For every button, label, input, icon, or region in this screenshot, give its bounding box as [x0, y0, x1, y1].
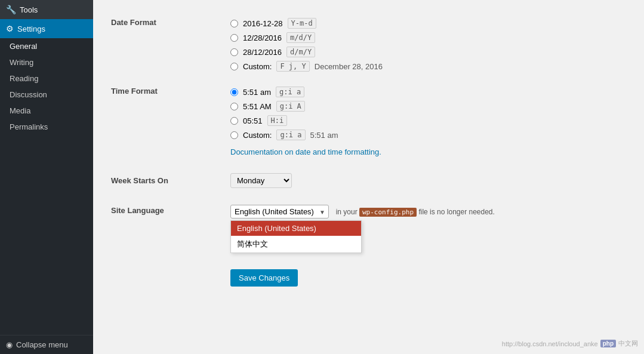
wp-config-code: wp-config.php [359, 208, 417, 217]
sidebar-item-writing[interactable]: Writing [0, 54, 93, 70]
language-dropdown-popup: English (United States) 简体中文 [230, 220, 362, 253]
language-option-english[interactable]: English (United States) [231, 221, 361, 236]
week-select-wrapper: Sunday Monday Tuesday Wednesday Thursday… [230, 173, 292, 188]
time-format-value-2: 5:51 AM [243, 102, 272, 111]
date-format-badge-1: Y-m-d [288, 18, 316, 29]
time-format-options: 5:51 am g:i a 5:51 AM g:i A 05:51 H:i [230, 78, 632, 162]
date-format-radio-ymd[interactable] [230, 20, 238, 27]
time-format-row-1: 5:51 am g:i a [230, 87, 632, 97]
time-format-radio-hi[interactable] [230, 117, 238, 125]
tools-icon: 🔧 [6, 5, 16, 14]
language-select-wrapper: English (United States) 简体中文 ▼ [230, 205, 329, 218]
date-format-badge-3: d/m/Y [286, 47, 315, 57]
cn-label: 中文网 [618, 339, 638, 348]
sidebar-item-discussion[interactable]: Discussion [0, 87, 93, 103]
save-button-container: Save Changes [230, 257, 632, 287]
time-format-label: Time Format [111, 78, 230, 162]
date-format-radio-mdy[interactable] [230, 34, 238, 42]
collapse-menu-button[interactable]: ◉ Collapse menu [0, 335, 93, 354]
date-format-preview-custom: December 28, 2016 [315, 62, 383, 71]
time-format-custom-label: Custom: [243, 131, 272, 140]
date-format-radio-dmy[interactable] [230, 48, 238, 56]
time-format-radio-custom[interactable] [230, 131, 238, 139]
week-starts-select[interactable]: Sunday Monday Tuesday Wednesday Thursday… [230, 173, 292, 188]
time-format-radio-group: 5:51 am g:i a 5:51 AM g:i A 05:51 H:i [230, 87, 632, 140]
collapse-icon: ◉ [6, 340, 13, 349]
week-starts-cell: Sunday Monday Tuesday Wednesday Thursday… [230, 162, 632, 194]
doc-link-container: Documentation on date and time formattin… [230, 147, 632, 156]
time-format-badge-1: g:i a [276, 87, 304, 97]
sidebar-item-media[interactable]: Media [0, 103, 93, 119]
time-format-radio-gia-lower[interactable] [230, 88, 238, 96]
site-language-label: Site Language [111, 194, 230, 293]
language-select[interactable]: English (United States) 简体中文 [230, 205, 329, 218]
date-format-label: Date Format [111, 12, 230, 78]
sidebar-item-settings[interactable]: ⚙ Settings [0, 19, 93, 38]
time-format-radio-gia-upper[interactable] [230, 103, 238, 110]
sidebar-item-tools[interactable]: 🔧 Tools [0, 0, 93, 19]
collapse-label: Collapse menu [16, 340, 68, 349]
time-format-preview-custom: 5:51 am [310, 131, 338, 140]
date-format-options: 2016-12-28 Y-m-d 12/28/2016 m/d/Y 28/12/… [230, 12, 632, 78]
settings-form-table: Date Format 2016-12-28 Y-m-d 12/28/2016 … [111, 12, 632, 293]
date-format-value-3: 28/12/2016 [243, 48, 282, 57]
doc-link[interactable]: Documentation on date and time formattin… [230, 147, 381, 156]
time-format-value-1: 5:51 am [243, 88, 271, 97]
date-format-row-3: 28/12/2016 d/m/Y [230, 47, 632, 57]
date-format-badge-2: m/d/Y [286, 32, 315, 43]
settings-icon: ⚙ [6, 24, 14, 33]
sidebar-settings-label: Settings [17, 24, 45, 33]
date-format-row-1: 2016-12-28 Y-m-d [230, 18, 632, 29]
sidebar-item-general[interactable]: General [0, 38, 93, 54]
time-format-row-2: 5:51 AM g:i A [230, 101, 632, 112]
site-language-section: English (United States) 简体中文 ▼ English (… [230, 205, 632, 218]
save-changes-button[interactable]: Save Changes [230, 269, 298, 287]
time-format-row-3: 05:51 H:i [230, 115, 632, 126]
date-format-custom-label: Custom: [243, 62, 272, 71]
time-format-badge-custom: g:i a [276, 130, 305, 140]
time-format-badge-3: H:i [267, 115, 288, 126]
site-language-cell: English (United States) 简体中文 ▼ English (… [230, 194, 632, 293]
sidebar: 🔧 Tools ⚙ Settings General Writing Readi… [0, 0, 93, 354]
sidebar-tools-label: Tools [20, 5, 38, 14]
time-format-value-3: 05:51 [243, 116, 263, 125]
week-starts-label: Week Starts On [111, 162, 230, 194]
date-format-radio-custom[interactable] [230, 63, 238, 70]
date-format-value-1: 2016-12-28 [243, 19, 283, 28]
language-hint: in your wp-config.php file is no longer … [336, 208, 495, 216]
date-format-row-2: 12/28/2016 m/d/Y [230, 32, 632, 43]
language-option-chinese[interactable]: 简体中文 [231, 236, 361, 253]
php-badge: php [600, 340, 616, 347]
time-format-row-custom: Custom: g:i a 5:51 am [230, 130, 632, 140]
date-format-radio-group: 2016-12-28 Y-m-d 12/28/2016 m/d/Y 28/12/… [230, 18, 632, 72]
time-format-badge-2: g:i A [276, 101, 305, 112]
main-content: Date Format 2016-12-28 Y-m-d 12/28/2016 … [93, 0, 644, 354]
date-format-badge-custom: F j, Y [276, 61, 309, 72]
sidebar-item-permalinks[interactable]: Permalinks [0, 119, 93, 135]
sidebar-item-reading[interactable]: Reading [0, 70, 93, 87]
watermark: http://blog.csdn.net/incloud_anke php 中文… [502, 339, 638, 348]
date-format-value-2: 12/28/2016 [243, 33, 282, 42]
watermark-url: http://blog.csdn.net/incloud_anke [502, 340, 598, 347]
date-format-row-custom: Custom: F j, Y December 28, 2016 [230, 61, 632, 72]
